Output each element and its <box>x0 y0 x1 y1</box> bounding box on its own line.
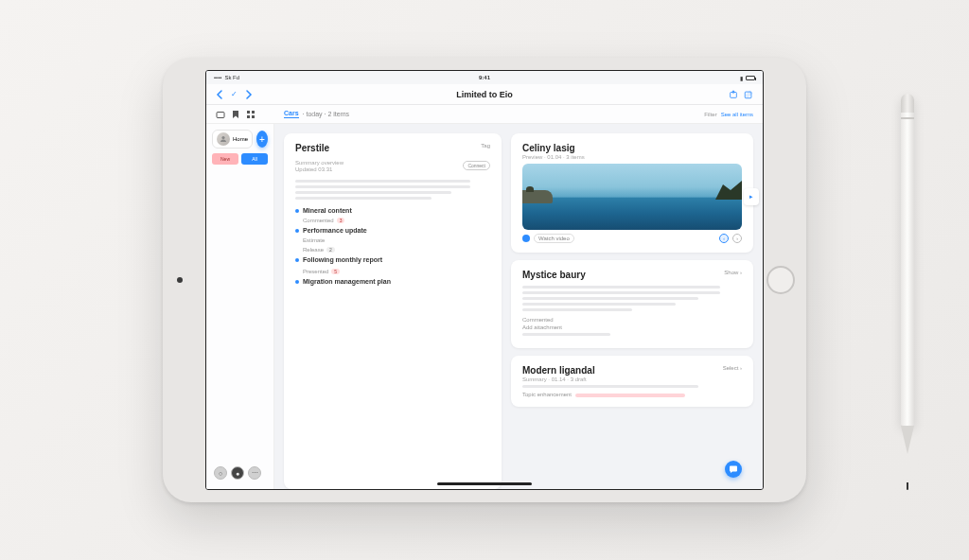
modern-link[interactable]: Select › <box>723 365 742 371</box>
sec1-tag: 3 <box>337 218 345 223</box>
highlight-bar <box>575 394 685 397</box>
gallery-image[interactable] <box>522 164 742 230</box>
mystery-card: Mystice baury Show › Commented Add attac… <box>511 260 753 348</box>
mystery-foot2[interactable]: Add attachment <box>522 324 742 330</box>
toolbar: Cars · today · 2 items Filter See all it… <box>206 105 763 124</box>
bookmark-icon[interactable] <box>231 110 240 119</box>
see-all-link[interactable]: See all items <box>721 112 753 117</box>
svg-rect-2 <box>217 112 224 117</box>
sec6-label: Migration management plan <box>303 278 391 285</box>
sidebar-avatar-card[interactable]: Home <box>212 130 253 149</box>
check-icon: ✓ <box>231 90 238 98</box>
mystery-title: Mystice baury <box>522 270 586 280</box>
svg-rect-4 <box>252 111 255 114</box>
gallery-sub: Preview · 01.04 · 3 items <box>522 154 585 160</box>
gallery-chip[interactable]: Watch video <box>534 234 574 243</box>
gallery-next-icon[interactable]: › <box>732 234 742 243</box>
status-carrier: Sk Fd <box>224 75 239 80</box>
battery-icon <box>746 76 755 80</box>
modern-sub: Summary · 01.14 · 3 draft <box>522 376 595 382</box>
connect-button[interactable]: Connect <box>463 161 490 170</box>
profile-tag: Tag <box>481 143 490 149</box>
main: Home + New All ○ ● ⋯ <box>206 124 763 489</box>
tab-trail: · today · 2 items <box>303 111 349 117</box>
page-title: Limited to Eio <box>456 90 513 99</box>
sidebar: Home + New All ○ ● ⋯ <box>206 124 274 489</box>
sidebar-chip-1[interactable]: ○ <box>214 466 227 480</box>
chat-fab[interactable] <box>725 461 742 478</box>
svg-point-7 <box>221 136 224 139</box>
sec5-label: Presented <box>303 269 328 274</box>
profile-sub2: Updated 03.31 <box>295 166 344 172</box>
sidebar-chip-3[interactable]: ⋯ <box>248 466 261 480</box>
status-signal-icon: •••• <box>214 75 221 80</box>
modern-foot: Topic enhancement <box>522 392 572 397</box>
nav-bar: ✓ Limited to Eio <box>206 84 763 105</box>
front-camera <box>177 277 183 283</box>
compose-icon[interactable] <box>744 90 753 99</box>
home-indicator[interactable] <box>437 482 532 485</box>
add-button[interactable]: + <box>256 131 268 148</box>
status-percent: ▮ <box>740 75 743 81</box>
sec3-tag: 2 <box>326 247 335 253</box>
tablet-frame: •••• Sk Fd 9:41 ▮ ✓ Limited to Eio <box>163 58 806 502</box>
sec4-label: Following monthly report <box>303 256 382 263</box>
play-icon[interactable] <box>522 235 530 242</box>
inbox-icon[interactable] <box>216 110 225 119</box>
mystery-link[interactable]: Show › <box>724 270 742 275</box>
filter-label: Filter <box>704 112 716 117</box>
profile-title: Perstile <box>295 143 329 153</box>
grid-icon[interactable] <box>246 110 255 119</box>
sec5-tag: 5 <box>331 269 340 274</box>
forward-button[interactable] <box>245 90 253 99</box>
sidebar-chip-2[interactable]: ● <box>231 466 244 480</box>
home-button[interactable] <box>766 266 795 294</box>
sec2-label: Performance update <box>303 227 367 234</box>
avatar-icon <box>217 132 230 146</box>
profile-sub1: Summary overview <box>295 160 344 166</box>
gallery-title: Celiny lasig <box>522 143 585 153</box>
avatar-label: Home <box>233 136 248 142</box>
profile-card: Perstile Tag Summary overview Updated 03… <box>284 133 502 489</box>
content: Perstile Tag Summary overview Updated 03… <box>274 124 763 489</box>
tab-active[interactable]: Cars <box>284 110 299 118</box>
svg-rect-6 <box>252 115 255 118</box>
stylus <box>901 95 914 464</box>
status-time: 9:41 <box>479 75 490 80</box>
screen: •••• Sk Fd 9:41 ▮ ✓ Limited to Eio <box>205 70 764 490</box>
modern-card: Modern ligandal Summary · 01.14 · 3 draf… <box>511 356 753 407</box>
svg-rect-5 <box>247 115 250 118</box>
sec2-sub: Estimate <box>303 237 490 243</box>
gallery-card: Celiny lasig Preview · 01.04 · 3 items W… <box>511 133 753 253</box>
svg-rect-3 <box>247 111 250 114</box>
mystery-foot1: Commented <box>522 317 742 323</box>
sec3-label: Release <box>303 247 324 253</box>
gallery-prev-icon[interactable]: ‹ <box>719 234 729 243</box>
pill-all[interactable]: All <box>241 153 268 165</box>
share-icon[interactable] <box>729 90 738 99</box>
pill-new[interactable]: New <box>212 153 238 165</box>
status-bar: •••• Sk Fd 9:41 ▮ <box>206 71 763 84</box>
back-button[interactable] <box>216 90 223 99</box>
modern-title: Modern ligandal <box>522 365 595 376</box>
sec1-label: Mineral content <box>303 207 352 214</box>
collapse-button[interactable]: ▸ <box>744 188 759 205</box>
sec1-sub: Commented <box>303 218 334 223</box>
